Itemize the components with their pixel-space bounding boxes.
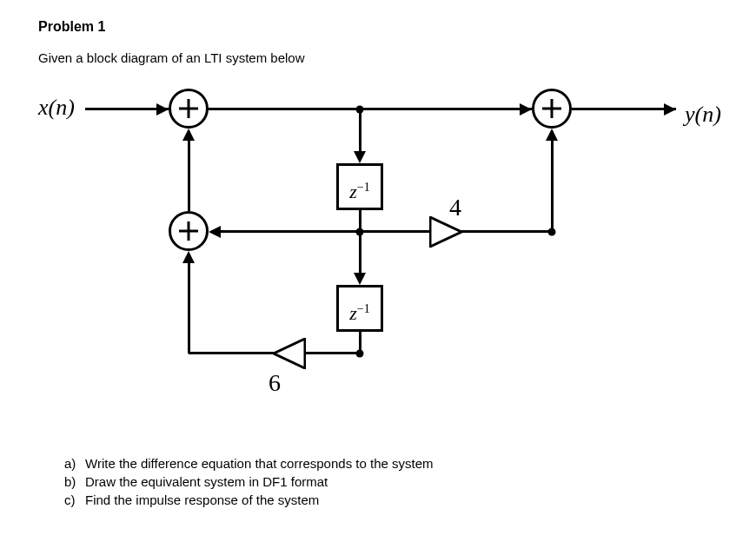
wire-bottom-right-a xyxy=(306,352,360,354)
problem-heading: Problem 1 xyxy=(38,19,718,35)
delay2-z: z xyxy=(349,302,357,324)
arrow-sum2-into-sum1 xyxy=(182,129,195,141)
wire-mid-to-delay2 xyxy=(359,233,361,274)
summing-junction-2 xyxy=(169,211,209,251)
svg-marker-1 xyxy=(274,339,305,368)
gain-4-label: 4 xyxy=(449,194,461,221)
wire-top-to-delay1 xyxy=(359,110,361,152)
delay1-exp: −1 xyxy=(357,181,370,194)
delay-block-2: z−1 xyxy=(336,285,383,332)
block-diagram: x(n) y(n) z−1 4 z−1 xyxy=(38,74,716,456)
summing-junction-1 xyxy=(169,89,209,129)
wire-top-main xyxy=(209,108,532,110)
svg-marker-0 xyxy=(430,217,461,247)
arrow-into-sum3-bottom xyxy=(546,129,558,141)
wire-up-to-sum3 xyxy=(551,131,554,232)
question-list: a)Write the difference equation that cor… xyxy=(38,456,718,507)
wire-up-to-sum2 xyxy=(188,254,190,353)
wire-mid-right-a xyxy=(361,230,429,233)
wire-sum2-up xyxy=(188,131,190,211)
wire-mid-right-b xyxy=(461,230,551,233)
question-b: b)Draw the equivalent system in DF1 form… xyxy=(64,474,718,489)
gain-6-label: 6 xyxy=(269,369,281,397)
summing-junction-3 xyxy=(532,89,572,129)
arrow-into-sum1 xyxy=(156,103,169,116)
arrow-into-sum2-bottom xyxy=(182,251,195,263)
wire-mid-left xyxy=(211,230,359,233)
output-label: y(n) xyxy=(685,102,721,128)
input-label: x(n) xyxy=(38,95,75,121)
delay1-z: z xyxy=(349,181,357,202)
arrow-into-sum3 xyxy=(520,103,532,116)
arrow-into-delay2 xyxy=(354,273,366,285)
delay-block-1: z−1 xyxy=(336,163,383,210)
arrow-into-delay1 xyxy=(354,151,366,163)
problem-prompt: Given a block diagram of an LTI system b… xyxy=(38,50,718,65)
wire-bottom-left xyxy=(189,352,274,354)
arrow-output xyxy=(664,103,676,116)
question-c: c)Find the impulse response of the syste… xyxy=(64,492,718,507)
arrow-into-sum2 xyxy=(209,226,221,238)
question-a: a)Write the difference equation that cor… xyxy=(64,456,718,471)
delay2-exp: −1 xyxy=(357,302,370,315)
wire-out xyxy=(572,108,676,110)
